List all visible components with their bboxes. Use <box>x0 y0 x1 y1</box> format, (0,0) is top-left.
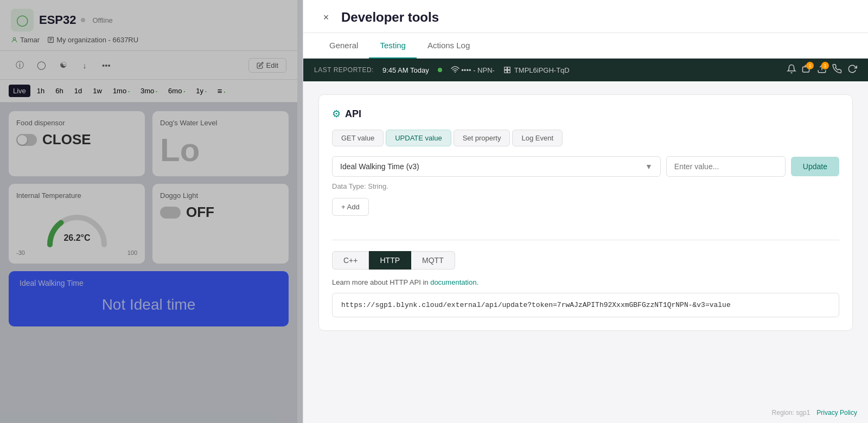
privacy-policy-link[interactable]: Privacy Policy <box>816 409 857 416</box>
api-title: API <box>345 108 361 120</box>
template-id: TMPL6iPGH-TqD <box>503 66 570 74</box>
update-button[interactable]: Update <box>791 157 839 176</box>
svg-rect-7 <box>507 70 510 73</box>
code-tab-mqtt[interactable]: MQTT <box>411 251 455 270</box>
documentation-link[interactable]: documentation <box>430 278 476 286</box>
event-icon[interactable] <box>832 64 842 76</box>
code-tabs: C++ HTTP MQTT <box>332 251 839 270</box>
api-tab-set[interactable]: Set property <box>454 130 510 146</box>
api-header: ⚙ API <box>332 108 839 120</box>
data-type-text: Data Type: String. <box>332 182 839 190</box>
reported-time: 9:45 AM Today <box>382 66 429 74</box>
dev-tools-panel: × Developer tools General Testing Action… <box>303 0 868 423</box>
code-tab-cpp[interactable]: C++ <box>332 251 369 270</box>
dev-tools-tabs: General Testing Actions Log <box>303 33 868 59</box>
api-tab-log[interactable]: Log Event <box>512 130 563 146</box>
status-bar: LAST REPORTED: 9:45 AM Today •••• - NPN-… <box>303 59 868 81</box>
refresh-icon[interactable] <box>847 64 857 76</box>
tab-testing[interactable]: Testing <box>369 33 417 59</box>
svg-rect-4 <box>505 67 507 70</box>
status-icons: 1 1 <box>787 64 857 76</box>
dev-tools-header: × Developer tools <box>303 0 868 33</box>
svg-rect-5 <box>507 67 510 70</box>
region-info: Region: sgp1 <box>772 409 810 416</box>
svg-rect-6 <box>505 70 507 73</box>
last-reported-label: LAST REPORTED: <box>314 66 374 74</box>
close-button[interactable]: × <box>318 10 334 25</box>
gear-icon: ⚙ <box>332 108 341 120</box>
divider <box>332 240 839 240</box>
api-action-tabs: GET value UPDATE value Set property Log … <box>332 130 839 146</box>
upload-icon[interactable]: 1 <box>817 64 827 76</box>
tab-general[interactable]: General <box>318 33 369 59</box>
api-section: ⚙ API GET value UPDATE value Set propert… <box>318 94 853 331</box>
add-button[interactable]: + Add <box>332 198 369 216</box>
notif-badge: 1 <box>806 62 814 69</box>
api-tab-update[interactable]: UPDATE value <box>386 130 451 146</box>
api-select[interactable]: Ideal Walking Time (v3) ▼ <box>332 156 661 177</box>
http-info: Learn more about HTTP API in documentati… <box>332 278 839 286</box>
upload-badge: 1 <box>821 62 829 69</box>
device-icon-status[interactable]: 1 <box>802 64 812 76</box>
api-tab-get[interactable]: GET value <box>332 130 384 146</box>
online-dot <box>438 68 442 72</box>
svg-point-3 <box>455 72 456 73</box>
api-value-input[interactable] <box>666 156 786 177</box>
tab-actions-log[interactable]: Actions Log <box>417 33 481 59</box>
dev-tools-content: ⚙ API GET value UPDATE value Set propert… <box>303 81 868 423</box>
dev-tools-title: Developer tools <box>341 10 439 25</box>
api-input-row: Ideal Walking Time (v3) ▼ Update <box>332 156 839 177</box>
chevron-down-icon: ▼ <box>645 162 653 171</box>
wifi-status: •••• - NPN- <box>451 66 495 74</box>
code-tab-http[interactable]: HTTP <box>369 251 411 270</box>
api-url-box[interactable]: https://sgp1.blynk.cloud/external/api/up… <box>332 293 839 317</box>
footer: Region: sgp1 Privacy Policy <box>772 409 857 416</box>
notif-icon[interactable] <box>787 64 796 76</box>
